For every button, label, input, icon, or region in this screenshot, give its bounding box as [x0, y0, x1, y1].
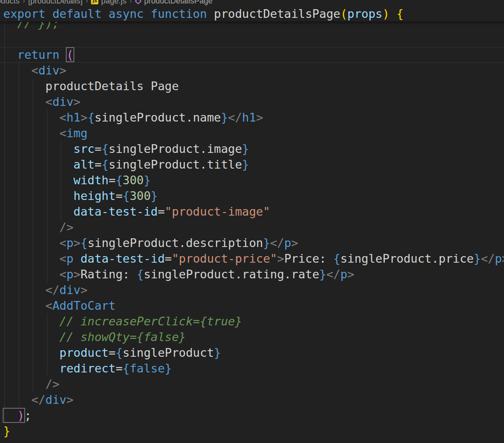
code-token: return	[3, 48, 60, 61]
code-token: singleProduct.title	[109, 158, 242, 171]
code-line[interactable]: product={singleProduct}	[0, 345, 504, 361]
code-line[interactable]: );	[0, 408, 504, 423]
code-token: {	[396, 7, 403, 20]
code-line-current[interactable]: return (	[0, 47, 504, 63]
code-token: p	[67, 252, 74, 265]
breadcrumb-separator-icon: ›	[83, 0, 91, 5]
breadcrumb-item[interactable]: oducts	[0, 0, 20, 6]
code-token: >	[256, 111, 263, 124]
code-token: false	[130, 362, 165, 375]
code-token	[390, 7, 396, 20]
code-line[interactable]: <h1>{singleProduct.name}</h1>	[0, 110, 504, 125]
code-token: }	[242, 158, 249, 171]
code-token: productDetails Page	[3, 79, 179, 93]
code-token: singleProduct.image	[109, 142, 242, 156]
code-line[interactable]: // showQty={false}	[0, 329, 504, 345]
breadcrumb-items: oducts›[productDetails]›JSpage.js›produc…	[0, 0, 212, 6]
left-margin	[0, 330, 3, 344]
left-margin	[0, 79, 3, 93]
breadcrumb[interactable]: oducts›[productDetails]›JSpage.js›produc…	[0, 0, 504, 6]
code-token: =	[94, 142, 101, 156]
code-token: </	[3, 283, 60, 297]
code-token: p	[67, 236, 74, 250]
code-token: p	[495, 252, 502, 265]
code-token: img	[67, 126, 87, 140]
code-token: </	[481, 252, 495, 265]
breadcrumb-item[interactable]: page.js	[101, 0, 126, 6]
bracket-match-highlight: )	[3, 409, 24, 422]
sticky-scroll-line[interactable]: export default async function productDet…	[0, 6, 504, 22]
code-token: Rating:	[81, 267, 137, 281]
code-token: <	[3, 236, 67, 250]
code-line[interactable]: </div>	[0, 282, 504, 298]
breadcrumb-separator-icon: ›	[127, 0, 135, 5]
code-line[interactable]: <p>{singleProduct.description}</p>	[0, 235, 504, 251]
code-token: />	[3, 220, 74, 234]
left-margin	[0, 64, 3, 77]
code-token: }	[263, 236, 270, 250]
code-token: =	[158, 205, 165, 218]
code-token: AddToCart	[52, 299, 115, 312]
code-token: =	[109, 346, 116, 359]
code-token: </	[270, 236, 284, 250]
left-margin	[0, 205, 3, 218]
code-token: {	[116, 346, 123, 359]
code-token: "product-image"	[165, 205, 270, 218]
code-token: div	[45, 393, 66, 406]
code-line[interactable]: <div>	[0, 63, 504, 78]
code-token: >	[347, 267, 354, 281]
code-line[interactable]: }	[0, 423, 504, 439]
code-token: width	[3, 173, 109, 187]
code-token: />	[3, 377, 60, 391]
left-margin	[0, 252, 3, 265]
left-margin	[0, 142, 3, 156]
code-line[interactable]: <img	[0, 125, 504, 141]
left-margin	[0, 409, 3, 422]
left-margin	[0, 220, 3, 234]
left-margin	[0, 48, 3, 61]
code-line[interactable]: </div>	[0, 392, 504, 408]
code-token: <	[3, 95, 53, 108]
code-lines[interactable]: // }); return ( <div> productDetails Pag…	[0, 0, 504, 443]
left-margin	[0, 158, 3, 171]
code-line[interactable]: <div>	[0, 94, 504, 110]
code-line[interactable]: src={singleProduct.image}	[0, 141, 504, 157]
code-line[interactable]: height={300}	[0, 188, 504, 204]
left-margin	[0, 424, 3, 438]
bracket-match-highlight: (	[67, 48, 74, 61]
js-file-icon: JS	[91, 0, 98, 4]
code-line[interactable]: productDetails Page	[0, 78, 504, 94]
code-line[interactable]: />	[0, 220, 504, 235]
code-token: >	[81, 283, 87, 297]
code-token: }	[221, 111, 228, 124]
code-line[interactable]: data-test-id="product-image"	[0, 204, 504, 220]
code-token: {	[116, 173, 123, 187]
code-token: p	[67, 267, 74, 281]
code-line[interactable]: />	[0, 376, 504, 392]
code-token: export default async function	[3, 7, 214, 20]
code-token: singleProduct.price	[340, 252, 474, 265]
breadcrumb-item[interactable]: productDetailsPage	[144, 0, 212, 6]
code-line[interactable]	[0, 31, 504, 47]
code-line[interactable]: alt={singleProduct.title}	[0, 157, 504, 172]
code-token: {	[81, 236, 87, 250]
code-token: }	[214, 346, 221, 359]
code-token: <	[3, 64, 39, 77]
breadcrumb-item[interactable]: [productDetails]	[28, 0, 83, 6]
code-line[interactable]: <p data-test-id="product-price">Price: {…	[0, 251, 504, 267]
code-line[interactable]: redirect={false}	[0, 361, 504, 376]
code-editor[interactable]: // }); return ( <div> productDetails Pag…	[0, 0, 504, 443]
code-token: >	[60, 64, 67, 77]
code-line[interactable]: // increasePerClick={true}	[0, 314, 504, 329]
function-signature-line[interactable]: export default async function productDet…	[0, 6, 504, 22]
left-margin	[0, 283, 3, 297]
symbol-method-icon	[135, 0, 142, 4]
code-line[interactable]: width={300}	[0, 172, 504, 188]
code-line[interactable]: <AddToCart	[0, 298, 504, 314]
code-line[interactable]: <p>Rating: {singleProduct.rating.rate}</…	[0, 267, 504, 282]
left-margin	[0, 32, 3, 46]
code-token: 300	[123, 173, 144, 187]
code-token: </	[228, 111, 242, 124]
code-token: >	[74, 267, 81, 281]
code-token: (	[340, 7, 347, 20]
